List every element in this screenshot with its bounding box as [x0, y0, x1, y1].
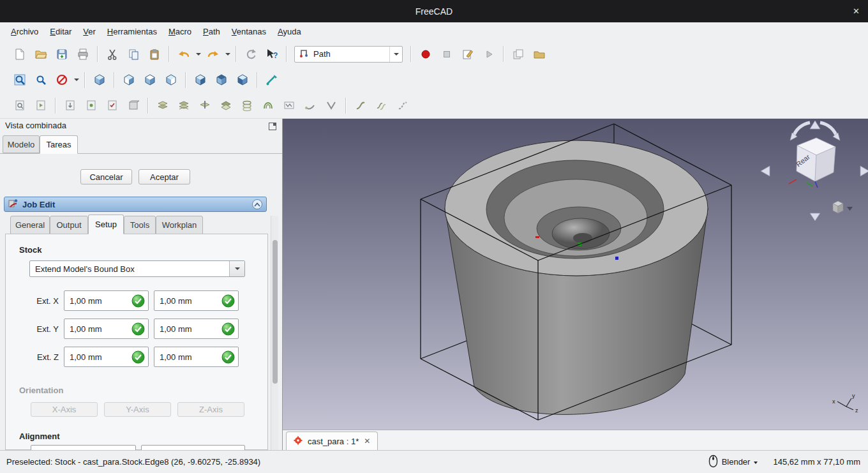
menu-macro[interactable]: Macro — [163, 24, 197, 40]
path-engrave-icon[interactable] — [278, 96, 299, 115]
path-face-icon[interactable] — [215, 96, 236, 115]
menu-ver[interactable]: Ver — [77, 24, 101, 40]
measure-distance-icon[interactable] — [261, 70, 282, 89]
paste-icon[interactable] — [144, 45, 165, 64]
3d-viewport[interactable]: Rear x y z — [283, 119, 868, 430]
tab-setup[interactable]: Setup — [88, 214, 124, 234]
path-drilling-icon[interactable] — [194, 96, 215, 115]
alignment-control-partial[interactable] — [141, 445, 245, 450]
tab-modelo[interactable]: Modelo — [3, 135, 40, 153]
job-edit-header[interactable]: Job Edit — [4, 197, 267, 212]
view-right-icon[interactable] — [160, 70, 181, 89]
path-sanity-icon[interactable] — [101, 96, 123, 115]
fit-selection-icon[interactable] — [30, 70, 51, 89]
view-rear-icon[interactable] — [190, 70, 211, 89]
view-left-icon[interactable] — [232, 70, 253, 89]
cancel-button[interactable]: Cancelar — [80, 169, 132, 184]
path-array-icon[interactable] — [371, 96, 392, 115]
open-folder-icon[interactable] — [528, 45, 550, 64]
new-document-icon[interactable] — [9, 45, 30, 64]
task-scrollbar[interactable] — [271, 216, 278, 450]
ext-y-pos-input[interactable]: 1,00 mm — [154, 319, 239, 339]
ext-y-neg-input[interactable]: 1,00 mm — [64, 319, 149, 339]
chevron-down-icon[interactable] — [754, 462, 758, 464]
tab-tareas[interactable]: Tareas — [40, 135, 78, 154]
path-export-icon[interactable] — [59, 96, 80, 115]
menu-path[interactable]: Path — [197, 24, 226, 40]
redo-dropdown[interactable] — [223, 45, 232, 64]
x-axis-button[interactable]: X-Axis — [31, 402, 98, 417]
workbench-selector[interactable]: Path — [294, 46, 403, 63]
tab-output[interactable]: Output — [50, 216, 88, 234]
copy-icon[interactable] — [123, 45, 144, 64]
path-copy-icon[interactable] — [350, 96, 371, 115]
macro-edit-icon[interactable] — [457, 45, 478, 64]
y-axis-button[interactable]: Y-Axis — [104, 402, 171, 417]
stock-mode-select[interactable]: Extend Model's Bound Box — [29, 260, 245, 277]
path-adaptive-icon[interactable] — [257, 96, 278, 115]
menu-ayuda[interactable]: Ayuda — [272, 24, 307, 40]
view-axonometric-icon[interactable] — [89, 70, 110, 89]
open-document-icon[interactable] — [30, 45, 51, 64]
redo-icon[interactable] — [202, 45, 223, 64]
collapse-icon[interactable] — [252, 199, 262, 209]
document-close-icon[interactable]: ✕ — [364, 437, 370, 446]
panel-float-icon[interactable] — [269, 123, 276, 130]
nav-style-selector[interactable]: Blender — [722, 457, 751, 467]
macro-dialog-icon[interactable] — [507, 45, 528, 64]
path-helix-icon[interactable] — [236, 96, 257, 115]
undo-dropdown[interactable] — [194, 45, 202, 64]
menu-archivo[interactable]: Archivo — [5, 24, 44, 40]
draw-style-icon[interactable] — [51, 70, 72, 89]
accept-button[interactable]: Aceptar — [138, 169, 190, 184]
path-vcarve-icon[interactable] — [320, 96, 341, 115]
workbench-dropdown[interactable] — [389, 47, 402, 62]
part-cylinder[interactable] — [445, 140, 708, 414]
path-post-process-icon[interactable] — [80, 96, 101, 115]
menu-herramientas[interactable]: Herramientas — [101, 24, 163, 40]
tab-general[interactable]: General — [10, 216, 50, 234]
path-simple-copy-icon[interactable] — [392, 96, 413, 115]
print-icon[interactable] — [72, 45, 93, 64]
draw-style-dropdown[interactable] — [72, 70, 80, 89]
toolbar-separator — [147, 98, 148, 114]
window-title: FreeCAD — [415, 6, 453, 17]
view-front-icon[interactable] — [118, 70, 139, 89]
path-simulator-icon[interactable] — [30, 96, 51, 115]
scrollbar-handle[interactable] — [273, 240, 278, 384]
path-profile-icon[interactable] — [152, 96, 173, 115]
ext-z-neg-input[interactable]: 1,00 mm — [64, 347, 149, 367]
path-inspect-icon[interactable] — [9, 96, 30, 115]
document-tab[interactable]: cast_para : 1* ✕ — [286, 432, 378, 450]
view-bottom-icon[interactable] — [211, 70, 232, 89]
whats-this-icon[interactable]: ? — [261, 45, 282, 64]
refresh-icon[interactable] — [240, 45, 261, 64]
z-axis-button[interactable]: Z-Axis — [177, 402, 244, 417]
toolbar-separator — [55, 98, 56, 114]
menu-ventanas[interactable]: Ventanas — [226, 24, 272, 40]
path-pocket-icon[interactable] — [173, 96, 194, 115]
cut-icon[interactable] — [101, 45, 123, 64]
view-top-icon[interactable] — [139, 70, 160, 89]
undo-icon[interactable] — [173, 45, 194, 64]
tab-tools[interactable]: Tools — [124, 216, 156, 234]
alignment-control-partial[interactable] — [31, 445, 136, 450]
ext-x-neg-input[interactable]: 1,00 mm — [64, 290, 149, 311]
status-message: Preselected: Stock - cast_para.Stock.Edg… — [6, 457, 260, 467]
macro-play-icon[interactable] — [478, 45, 499, 64]
macro-record-icon[interactable] — [415, 45, 436, 64]
toolbar-separator — [345, 98, 346, 114]
ext-z-pos-input[interactable]: 1,00 mm — [154, 347, 239, 367]
fit-all-icon[interactable] — [9, 70, 30, 89]
chevron-down-icon[interactable] — [229, 261, 244, 276]
macro-stop-icon[interactable] — [436, 45, 457, 64]
tab-workplan[interactable]: Workplan — [156, 216, 203, 234]
ext-x-label: Ext. X — [23, 290, 59, 312]
menu-editar[interactable]: Editar — [44, 24, 77, 40]
path-deburr-icon[interactable] — [299, 96, 320, 115]
path-job-icon[interactable] — [123, 96, 144, 115]
window-close-button[interactable]: ✕ — [853, 0, 860, 22]
ext-x-pos-input[interactable]: 1,00 mm — [154, 290, 239, 311]
workbench-value: Path — [313, 49, 385, 59]
save-icon[interactable] — [51, 45, 72, 64]
